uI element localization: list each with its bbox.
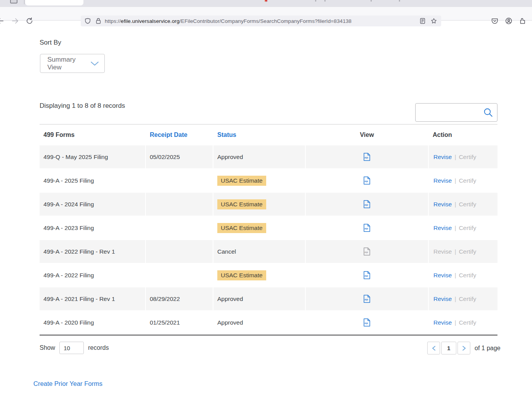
svg-text:PDF: PDF — [365, 228, 368, 230]
status-badge: USAC Estimate — [217, 223, 266, 233]
tab-title-fragment — [399, 0, 400, 2]
search-input[interactable] — [416, 104, 483, 121]
screen: ✱ https://efile.universalservice.org/EFi… — [0, 0, 532, 401]
forward-icon[interactable] — [11, 17, 19, 25]
page-count-label: of 1 page — [475, 345, 501, 352]
view-cell: PDF — [306, 240, 428, 263]
status-cell: USAC Estimate — [213, 169, 305, 192]
current-page-number[interactable]: 1 — [441, 342, 456, 354]
reader-view-icon[interactable] — [420, 18, 425, 24]
prev-page-button[interactable] — [427, 342, 440, 354]
tab-title-red-fragment: ✱ — [264, 0, 268, 3]
table-row: 499-A - 2024 FilingUSAC EstimatePDFRevis… — [40, 193, 497, 216]
pdf-icon[interactable]: PDF — [364, 224, 370, 232]
sort-view-value: Summary View — [47, 56, 90, 71]
status-badge: USAC Estimate — [217, 176, 266, 186]
action-cell: Revise|Certify — [429, 287, 497, 310]
certify-link: Certify — [459, 319, 476, 326]
revise-link[interactable]: Revise — [433, 272, 452, 279]
url-bar[interactable]: https://efile.universalservice.org/EFile… — [81, 16, 441, 26]
receipt-date-cell — [146, 193, 213, 216]
status-badge: USAC Estimate — [217, 270, 266, 280]
pdf-icon[interactable]: PDF — [364, 176, 370, 185]
certify-link: Certify — [459, 296, 476, 302]
view-cell: PDF — [306, 145, 428, 168]
tab-title-fragment — [371, 0, 372, 2]
status-cell: Cancel — [213, 240, 305, 263]
revise-link[interactable]: Revise — [433, 154, 452, 161]
revise-link[interactable]: Revise — [433, 225, 452, 232]
view-cell: PDF — [306, 311, 428, 334]
certify-link: Certify — [459, 154, 476, 161]
table-bottom-border — [40, 335, 497, 335]
view-cell: PDF — [306, 287, 428, 310]
url-text[interactable]: https://efile.universalservice.org/EFile… — [105, 18, 352, 24]
certify-link: Certify — [459, 177, 476, 184]
view-cell: PDF — [306, 216, 428, 239]
revise-link[interactable]: Revise — [433, 177, 452, 184]
form-name-cell: 499-A - 2024 Filing — [40, 193, 145, 216]
shield-icon[interactable] — [85, 18, 91, 24]
form-name-cell: 499-A - 2021 Filing - Rev 1 — [40, 287, 145, 310]
pagination: 1 of 1 page — [427, 342, 501, 354]
sidebar-extension-icon[interactable] — [519, 17, 526, 24]
status-cell: Approved — [213, 311, 305, 334]
header-receipt-date[interactable]: Receipt Date — [146, 124, 213, 145]
header-status[interactable]: Status — [213, 124, 305, 145]
table-row: 499-A - 2025 FilingUSAC EstimatePDFRevis… — [40, 169, 497, 192]
sort-view-dropdown[interactable]: Summary View — [40, 54, 105, 73]
certify-link: Certify — [459, 201, 476, 208]
status-cell: USAC Estimate — [213, 193, 305, 216]
action-separator: | — [454, 319, 456, 326]
action-separator: | — [454, 154, 456, 161]
svg-text:PDF: PDF — [365, 275, 368, 277]
action-cell: Revise|Certify — [429, 145, 497, 168]
revise-link[interactable]: Revise — [433, 201, 452, 208]
pdf-icon[interactable]: PDF — [364, 295, 370, 303]
search-icon[interactable] — [483, 107, 493, 118]
pocket-icon[interactable] — [491, 17, 498, 24]
revise-link[interactable]: Revise — [433, 319, 452, 326]
action-cell: Revise|Certify — [429, 169, 497, 192]
bookmark-star-icon[interactable] — [431, 18, 437, 24]
receipt-date-cell: 05/02/2025 — [146, 145, 213, 168]
action-separator: | — [454, 177, 456, 184]
receipt-date-cell: 01/25/2021 — [146, 311, 213, 334]
back-icon[interactable] — [0, 17, 4, 25]
browser-tab-strip: ✱ — [0, 0, 532, 7]
revise-link[interactable]: Revise — [433, 296, 452, 302]
action-separator: | — [454, 248, 456, 255]
lock-icon[interactable] — [96, 18, 101, 24]
action-separator: | — [454, 201, 456, 208]
action-cell: Revise|Certify — [429, 264, 497, 287]
table-row: 499-A - 2023 FilingUSAC EstimatePDFRevis… — [40, 216, 497, 239]
pdf-icon[interactable]: PDF — [364, 153, 370, 161]
svg-text:PDF: PDF — [365, 299, 368, 301]
header-action: Action — [429, 124, 497, 145]
svg-text:PDF: PDF — [365, 323, 368, 325]
table-header-row: 499 Forms Receipt Date Status View Actio… — [40, 124, 497, 145]
reload-icon[interactable] — [26, 17, 33, 25]
toolbar-partial-icon — [10, 0, 17, 3]
page-size-input[interactable] — [59, 342, 84, 354]
chevron-left-icon — [431, 346, 436, 351]
records-summary: Displaying 1 to 8 of 8 records — [40, 102, 125, 110]
form-name-cell: 499-A - 2022 Filing - Rev 1 — [40, 240, 145, 263]
action-cell: Revise|Certify — [429, 216, 497, 239]
create-prior-year-forms-link[interactable]: Create Prior Year Forms — [33, 380, 102, 387]
svg-text:PDF: PDF — [365, 252, 368, 254]
next-page-button[interactable] — [457, 342, 470, 354]
forms-table: 499 Forms Receipt Date Status View Actio… — [40, 124, 497, 335]
pdf-icon[interactable]: PDF — [364, 200, 370, 208]
form-name-cell: 499-A - 2023 Filing — [40, 216, 145, 239]
table-row: 499-Q - May 2025 Filing05/02/2025Approve… — [40, 145, 497, 168]
pdf-icon[interactable]: PDF — [364, 318, 370, 327]
active-tab[interactable] — [25, 0, 83, 5]
account-icon[interactable] — [505, 17, 512, 24]
action-cell: Revise|Certify — [429, 240, 497, 263]
pdf-icon[interactable]: PDF — [364, 271, 370, 279]
receipt-date-cell — [146, 240, 213, 263]
action-cell: Revise|Certify — [429, 193, 497, 216]
chevron-right-icon — [462, 346, 466, 351]
action-separator: | — [454, 225, 456, 232]
